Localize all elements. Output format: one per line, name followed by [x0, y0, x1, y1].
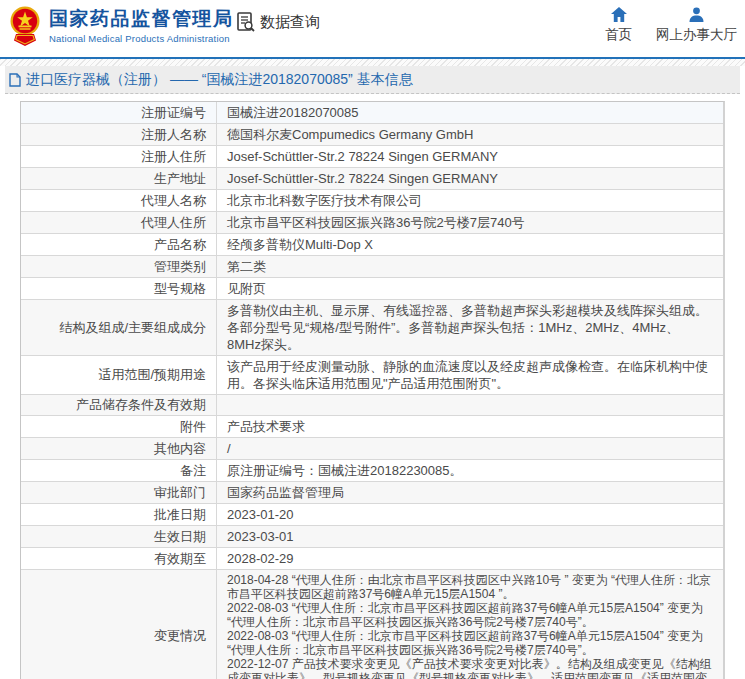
row-label: 注册人住所: [21, 146, 217, 167]
row-label-text: 批准日期: [154, 507, 206, 523]
table-row: 附件产品技术要求: [21, 416, 723, 438]
row-label: 生效日期: [21, 526, 217, 547]
row-label: 变更情况: [21, 570, 217, 679]
table-row: 结构及组成/主要组成成分多普勒仪由主机、显示屏、有线遥控器、多普勒超声探头彩超模…: [21, 300, 723, 356]
row-label: 产品名称: [21, 234, 217, 255]
home-icon: [611, 7, 627, 22]
row-label-text: 代理人住所: [141, 215, 206, 231]
row-label-text: 变更情况: [154, 628, 206, 644]
site-header: 国家药品监督管理局 National Medical Products Admi…: [0, 0, 745, 57]
row-label: 产品储存条件及有效期: [21, 395, 217, 415]
table-row: 注册证编号国械注进20182070085: [21, 102, 723, 124]
row-value: 见附页: [217, 278, 723, 299]
table-row: 代理人名称北京市北科数字医疗技术有限公司: [21, 190, 723, 212]
row-value: 2023-01-20: [217, 504, 723, 525]
row-label: 审批部门: [21, 482, 217, 503]
row-label-text: 有效期至: [154, 551, 206, 567]
row-value: 该产品用于经皮测量动脉、静脉的血流速度以及经皮超声成像检查。在临床机构中使用。各…: [217, 356, 723, 394]
row-label-text: 生效日期: [154, 529, 206, 545]
agency-name-zh: 国家药品监督管理局: [49, 8, 234, 30]
table-row: 生效日期2023-03-01: [21, 526, 723, 548]
row-label-text: 产品名称: [154, 237, 206, 253]
row-label: 适用范围/预期用途: [21, 356, 217, 394]
row-label-text: 代理人名称: [141, 193, 206, 209]
row-value: 2018-04-28 “代理人住所：由北京市昌平区科技园区中兴路10号 ” 变更…: [217, 570, 723, 679]
table-row: 有效期至2028-02-29: [21, 548, 723, 570]
agency-title: 国家药品监督管理局 National Medical Products Admi…: [49, 8, 234, 44]
row-value: 第二类: [217, 256, 723, 277]
change-history-text: 2018-04-28 “代理人住所：由北京市昌平区科技园区中兴路10号 ” 变更…: [227, 573, 713, 679]
row-value: 北京市昌平区科技园区振兴路36号院2号楼7层740号: [217, 212, 723, 233]
row-value: 2023-03-01: [217, 526, 723, 547]
nav-data-query[interactable]: 数据查询: [237, 12, 320, 32]
row-label-text: 其他内容: [154, 441, 206, 457]
row-value: 国械注进20182070085: [217, 102, 723, 123]
nav-home[interactable]: 首页: [605, 7, 632, 44]
row-label-text: 适用范围/预期用途: [98, 367, 206, 383]
table-row: 管理类别第二类: [21, 256, 723, 278]
registration-info-table: 注册证编号国械注进20182070085注册人名称德国科尔麦Compumedic…: [20, 101, 725, 679]
row-label-text: 结构及组成/主要组成成分: [59, 320, 206, 336]
row-label: 批准日期: [21, 504, 217, 525]
agency-name-en: National Medical Products Administration: [49, 33, 234, 44]
row-value: [217, 395, 723, 415]
row-value: 经颅多普勒仪Multi-Dop X: [217, 234, 723, 255]
data-query-icon: [237, 12, 255, 32]
row-value: 原注册证编号：国械注进20182230085。: [217, 460, 723, 481]
row-value: 多普勒仪由主机、显示屏、有线遥控器、多普勒超声探头彩超模块及线阵探头组成。各部分…: [217, 300, 723, 355]
nav-online-hall-label: 网上办事大厅: [656, 26, 737, 44]
row-value: Josef-Schüttler-Str.2 78224 Singen GERMA…: [217, 168, 723, 189]
table-row: 注册人住所Josef-Schüttler-Str.2 78224 Singen …: [21, 146, 723, 168]
row-value: Josef-Schüttler-Str.2 78224 Singen GERMA…: [217, 146, 723, 167]
row-label-text: 审批部门: [154, 485, 206, 501]
table-row: 备注原注册证编号：国械注进20182230085。: [21, 460, 723, 482]
table-row: 变更情况2018-04-28 “代理人住所：由北京市昌平区科技园区中兴路10号 …: [21, 570, 723, 679]
breadcrumb: 进口医疗器械（注册） —— “国械注进20182070085” 基本信息: [5, 66, 740, 94]
table-row: 适用范围/预期用途该产品用于经皮测量动脉、静脉的血流速度以及经皮超声成像检查。在…: [21, 356, 723, 395]
row-label: 其他内容: [21, 438, 217, 459]
table-row: 产品储存条件及有效期: [21, 395, 723, 416]
row-label-text: 附件: [180, 419, 206, 435]
row-value: 北京市北科数字医疗技术有限公司: [217, 190, 723, 211]
row-value: 产品技术要求: [217, 416, 723, 437]
row-label: 生产地址: [21, 168, 217, 189]
row-label: 注册证编号: [21, 102, 217, 123]
row-label-text: 注册人名称: [141, 127, 206, 143]
header-nav: 首页 网上办事大厅: [605, 7, 737, 44]
user-icon: [689, 7, 704, 22]
row-label-text: 注册证编号: [141, 105, 206, 121]
row-label: 管理类别: [21, 256, 217, 277]
row-label-text: 注册人住所: [141, 149, 206, 165]
table-row: 代理人住所北京市昌平区科技园区振兴路36号院2号楼7层740号: [21, 212, 723, 234]
row-value: 国家药品监督管理局: [217, 482, 723, 503]
table-row: 生产地址Josef-Schüttler-Str.2 78224 Singen G…: [21, 168, 723, 190]
row-label-text: 备注: [180, 463, 206, 479]
hatch-strip: [0, 59, 745, 66]
page-title: 进口医疗器械（注册） —— “国械注进20182070085” 基本信息: [26, 71, 413, 89]
row-value: 2028-02-29: [217, 548, 723, 569]
table-row: 注册人名称德国科尔麦Compumedics Germany GmbH: [21, 124, 723, 146]
document-icon: [9, 73, 21, 87]
row-label: 附件: [21, 416, 217, 437]
nav-home-label: 首页: [605, 26, 632, 44]
agency-logo: 国家药品监督管理局 National Medical Products Admi…: [10, 6, 234, 46]
nav-online-hall[interactable]: 网上办事大厅: [656, 7, 737, 44]
row-label: 代理人住所: [21, 212, 217, 233]
row-label: 注册人名称: [21, 124, 217, 145]
row-value: 德国科尔麦Compumedics Germany GmbH: [217, 124, 723, 145]
row-label: 代理人名称: [21, 190, 217, 211]
row-label-text: 管理类别: [154, 259, 206, 275]
table-row: 产品名称经颅多普勒仪Multi-Dop X: [21, 234, 723, 256]
table-row: 审批部门国家药品监督管理局: [21, 482, 723, 504]
row-label-text: 产品储存条件及有效期: [76, 397, 206, 413]
national-emblem-icon: [10, 6, 40, 46]
row-label: 型号规格: [21, 278, 217, 299]
table-row: 其他内容/: [21, 438, 723, 460]
row-label-text: 型号规格: [154, 281, 206, 297]
row-value: /: [217, 438, 723, 459]
row-label: 备注: [21, 460, 217, 481]
row-label: 结构及组成/主要组成成分: [21, 300, 217, 355]
row-label: 有效期至: [21, 548, 217, 569]
table-row: 型号规格见附页: [21, 278, 723, 300]
nav-data-query-label: 数据查询: [260, 13, 320, 32]
